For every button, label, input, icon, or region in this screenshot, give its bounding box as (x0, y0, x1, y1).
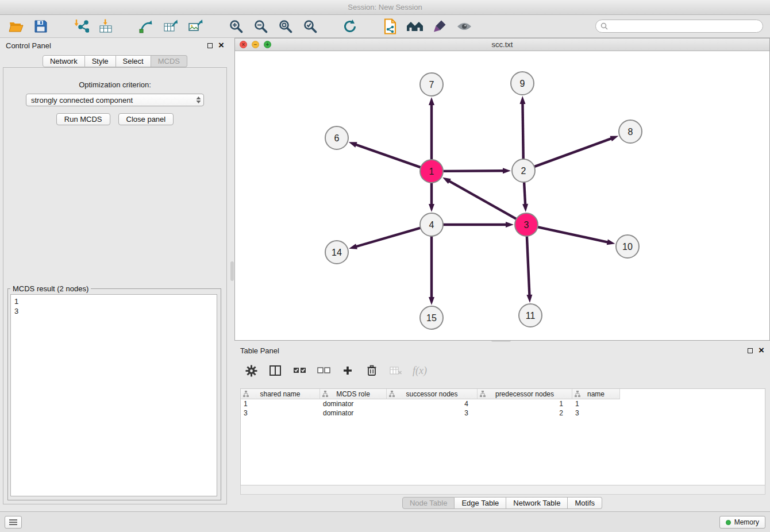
table-cell[interactable]: 3 (572, 408, 620, 418)
column-settings-icon[interactable] (268, 363, 283, 378)
graph-edge-3-10[interactable] (538, 227, 609, 242)
column-header-name[interactable]: name (572, 389, 620, 399)
optimization-select[interactable]: strongly connected component (26, 94, 204, 106)
zoom-selected-icon[interactable] (301, 17, 319, 36)
control-panel: Control Panel × NetworkStyleSelectMCDS O… (0, 38, 230, 511)
table-cell[interactable]: 1 (572, 399, 620, 408)
zoom-in-icon[interactable] (226, 17, 245, 36)
export-image-icon[interactable] (186, 17, 205, 36)
column-header-successor-nodes[interactable]: successor nodes (387, 389, 478, 399)
memory-button[interactable]: Memory (719, 516, 765, 529)
table-cell[interactable]: 3 (241, 408, 320, 418)
graph-edge-4-14[interactable] (356, 228, 421, 247)
close-window-icon[interactable]: × (240, 41, 247, 48)
graph-node-label-3: 3 (524, 220, 529, 230)
network-canvas[interactable]: 7968124314101511 (235, 51, 769, 340)
table-body: 1dominator4113dominator323 (241, 399, 765, 418)
search-input[interactable] (611, 22, 758, 30)
zoom-fit-icon[interactable] (276, 17, 294, 36)
graph-node-label-15: 15 (426, 313, 437, 323)
column-edit-icon (389, 391, 395, 399)
tab-select[interactable]: Select (116, 55, 151, 67)
add-column-icon[interactable] (340, 363, 355, 378)
tab-network[interactable]: Network (43, 55, 85, 67)
table-panel: Table Panel × (234, 343, 770, 511)
delete-column-icon[interactable] (364, 363, 379, 378)
mcds-result-item[interactable]: 1 (11, 295, 217, 306)
save-session-icon[interactable] (32, 17, 50, 36)
open-session-icon[interactable] (7, 17, 25, 36)
graph-edge-2-9[interactable] (522, 103, 523, 159)
select-all-columns-icon[interactable] (292, 363, 307, 378)
column-header-shared-name[interactable]: shared name (241, 389, 320, 399)
graph-edge-2-8[interactable] (534, 138, 612, 167)
task-history-button[interactable] (5, 516, 22, 529)
graph-edge-3-1[interactable] (449, 181, 517, 219)
close-table-panel-icon[interactable]: × (759, 346, 764, 354)
graph-edge-3-11[interactable] (527, 236, 530, 296)
apply-style-brush-icon[interactable] (430, 17, 449, 36)
table-row[interactable]: 1dominator411 (241, 399, 765, 408)
graph-edge-arrowhead (522, 204, 528, 212)
network-window-titlebar[interactable]: scc.txt × − + (235, 38, 769, 51)
mcds-result-list[interactable]: 13 (10, 294, 217, 496)
graph-node-label-9: 9 (520, 79, 525, 88)
tab-node-table[interactable]: Node Table (402, 497, 455, 509)
column-header-label: shared name (260, 390, 300, 398)
close-panel-icon[interactable]: × (218, 41, 224, 49)
run-mcds-button[interactable]: Run MCDS (56, 113, 110, 125)
export-table-icon[interactable] (161, 17, 180, 36)
graph-edge-1-2[interactable] (443, 171, 504, 171)
import-network-icon[interactable] (72, 17, 90, 36)
graph-node-label-6: 6 (334, 133, 340, 143)
table-cell[interactable]: 1 (241, 399, 320, 408)
graph-node-label-1: 1 (429, 167, 434, 176)
optimization-select-value: strongly connected component (31, 96, 196, 105)
table-cell[interactable]: 3 (387, 408, 478, 418)
graph-edge-1-6[interactable] (355, 144, 421, 167)
graph-node-label-7: 7 (429, 80, 434, 90)
column-header-MCDS-role[interactable]: MCDS role (320, 389, 387, 399)
show-hide-eye-icon[interactable] (455, 17, 473, 36)
vertical-splitter-grip[interactable] (230, 261, 234, 281)
tab-style[interactable]: Style (85, 55, 116, 67)
table-cell[interactable]: 2 (478, 408, 572, 418)
window-titlebar: Session: New Session (0, 0, 770, 15)
table-row[interactable]: 3dominator323 (241, 408, 765, 418)
optimization-label: Optimization criterion: (3, 80, 226, 89)
new-network-icon[interactable] (137, 17, 155, 36)
graph-svg[interactable]: 7968124314101511 (235, 51, 769, 340)
mcds-result-title: MCDS result (2 nodes) (10, 284, 91, 293)
gear-icon[interactable] (244, 363, 259, 378)
search-box[interactable] (595, 20, 763, 33)
close-panel-button[interactable]: Close panel (118, 113, 174, 125)
tab-network-table[interactable]: Network Table (506, 497, 568, 509)
mcds-result-item[interactable]: 3 (11, 306, 217, 316)
column-header-predecessor-nodes[interactable]: predecessor nodes (478, 389, 572, 399)
float-table-panel-icon[interactable] (748, 348, 753, 353)
clone-network-document-icon[interactable] (381, 17, 399, 36)
graph-edge-2-3[interactable] (524, 182, 525, 205)
import-table-icon[interactable] (97, 17, 115, 36)
graph-edge-arrowhead (429, 297, 434, 305)
tab-mcds[interactable]: MCDS (151, 55, 187, 67)
tab-motifs[interactable]: Motifs (568, 497, 602, 509)
graph-edge-arrowhead (519, 96, 525, 104)
zoom-out-icon[interactable] (251, 17, 270, 36)
table-hscrollbar[interactable] (240, 485, 765, 495)
table-cell[interactable]: dominator (320, 399, 387, 408)
table-cell[interactable]: dominator (320, 408, 387, 418)
table-cell[interactable]: 1 (478, 399, 572, 408)
home-icon[interactable] (406, 17, 424, 36)
maximize-window-icon[interactable]: + (264, 41, 271, 48)
minimize-window-icon[interactable]: − (252, 41, 259, 48)
refresh-layout-icon[interactable] (341, 17, 359, 36)
mcds-panel: Optimization criterion: strongly connect… (3, 67, 227, 504)
float-panel-icon[interactable] (207, 43, 213, 48)
search-magnifier-icon (600, 22, 608, 30)
tab-edge-table[interactable]: Edge Table (455, 497, 506, 509)
deselect-all-columns-icon[interactable] (316, 363, 331, 378)
table-cell[interactable]: 4 (387, 399, 478, 408)
graph-node-label-10: 10 (622, 242, 633, 252)
control-panel-header: Control Panel × (0, 38, 230, 53)
